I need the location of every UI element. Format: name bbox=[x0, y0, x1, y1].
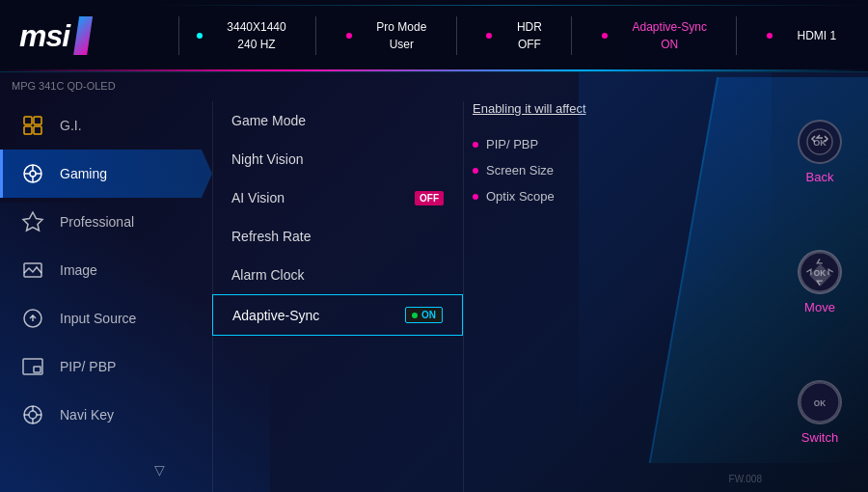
menu-item-refresh-rate[interactable]: Refresh Rate bbox=[212, 217, 463, 256]
svg-point-24 bbox=[800, 253, 839, 291]
info-bullet-1 bbox=[473, 168, 478, 174]
sidebar-label-image: Image bbox=[60, 262, 97, 278]
msi-logo-slash bbox=[73, 16, 93, 55]
sidebar-label-input-source: Input Source bbox=[60, 311, 136, 326]
header-dot-1 bbox=[346, 33, 352, 39]
sidebar-label-gaming: Gaming bbox=[60, 166, 107, 181]
back-label: Back bbox=[806, 170, 834, 184]
header-stat-hdr: HDR OFF bbox=[517, 18, 542, 53]
sidebar: G.I. Gaming bbox=[0, 72, 212, 492]
sidebar-item-gaming[interactable]: Gaming bbox=[0, 150, 212, 198]
sidebar-label-professional: Professional bbox=[60, 214, 134, 230]
scroll-down-indicator[interactable]: ▽ bbox=[154, 462, 165, 478]
pip-pbp-icon bbox=[19, 353, 46, 380]
header-dot-0 bbox=[197, 33, 203, 39]
sidebar-item-input-source[interactable]: Input Source bbox=[0, 294, 212, 342]
monitor-ui: msi 3440X1440 240 HZ Pro Mode User HDR O… bbox=[0, 0, 868, 492]
sidebar-item-gi[interactable]: G.I. bbox=[0, 101, 212, 150]
separator-line-2 bbox=[463, 101, 464, 492]
move-circle: OK bbox=[798, 250, 842, 294]
back-circle: OK bbox=[798, 120, 842, 164]
menu-item-night-vision[interactable]: Night Vision bbox=[212, 140, 463, 178]
menu-item-adaptive-sync[interactable]: Adaptive-Sync ON bbox=[212, 294, 463, 336]
sidebar-item-navi-key[interactable]: Navi Key bbox=[0, 391, 212, 439]
adaptive-sync-on-badge: ON bbox=[405, 307, 443, 323]
info-item-screen-size: Screen Size bbox=[473, 157, 772, 183]
switch-circle: OK bbox=[798, 380, 842, 424]
svg-rect-2 bbox=[24, 126, 32, 134]
header-stat-hdmi: HDMI 1 bbox=[797, 27, 836, 44]
sidebar-label-navi-key: Navi Key bbox=[60, 407, 114, 423]
header-dot-3 bbox=[602, 33, 608, 39]
professional-icon bbox=[19, 208, 46, 235]
header-divider-3 bbox=[571, 16, 572, 55]
info-title: Enabling it will affect bbox=[473, 101, 772, 116]
navi-key-icon bbox=[19, 401, 46, 428]
svg-rect-0 bbox=[24, 117, 32, 124]
gaming-icon bbox=[19, 160, 46, 187]
menu-item-alarm-clock[interactable]: Alarm Clock bbox=[212, 256, 463, 294]
model-name: MPG 341C QD-OLED bbox=[12, 80, 116, 92]
switch-button[interactable]: OK Switch bbox=[798, 380, 842, 445]
info-item-optix-scope: Optix Scope bbox=[473, 183, 772, 209]
info-item-pip-pbp: PIP/ PBP bbox=[473, 131, 772, 157]
content: MPG 341C QD-OLED G.I. bbox=[0, 72, 868, 492]
svg-rect-15 bbox=[34, 367, 41, 372]
header: msi 3440X1440 240 HZ Pro Mode User HDR O… bbox=[0, 0, 868, 72]
msi-logo: msi bbox=[19, 18, 69, 54]
svg-text:OK: OK bbox=[814, 399, 826, 408]
svg-text:OK: OK bbox=[814, 269, 826, 278]
logo-area: msi bbox=[19, 16, 174, 55]
svg-rect-1 bbox=[34, 117, 41, 124]
svg-point-17 bbox=[29, 411, 37, 419]
header-dot-4 bbox=[767, 33, 773, 39]
svg-marker-10 bbox=[23, 212, 42, 231]
header-divider-2 bbox=[456, 16, 457, 55]
info-bullet-0 bbox=[473, 142, 478, 148]
sidebar-item-pip-pbp[interactable]: PIP/ PBP bbox=[0, 342, 212, 391]
image-icon bbox=[19, 257, 46, 284]
header-stat-promode: Pro Mode User bbox=[376, 18, 426, 53]
right-controls: OK Back OK bbox=[772, 72, 868, 492]
move-label: Move bbox=[804, 300, 835, 314]
gi-icon bbox=[19, 112, 46, 139]
sidebar-item-image[interactable]: Image bbox=[0, 246, 212, 294]
sidebar-label-pip-pbp: PIP/ PBP bbox=[60, 359, 116, 374]
back-button[interactable]: OK Back bbox=[798, 120, 842, 184]
header-dot-2 bbox=[486, 33, 492, 39]
on-badge-dot bbox=[412, 313, 418, 318]
firmware-label: FW.008 bbox=[729, 474, 762, 484]
sidebar-label-gi: G.I. bbox=[60, 118, 82, 133]
input-source-icon bbox=[19, 305, 46, 332]
menu-column: Game Mode Night Vision AI Vision OFF Ref… bbox=[212, 72, 463, 492]
header-stats: 3440X1440 240 HZ Pro Mode User HDR OFF A… bbox=[184, 16, 849, 55]
sidebar-item-professional[interactable]: Professional bbox=[0, 198, 212, 246]
info-bullet-2 bbox=[473, 194, 478, 200]
move-button[interactable]: OK Move bbox=[798, 250, 842, 314]
info-column: Enabling it will affect PIP/ PBP Screen … bbox=[463, 72, 772, 492]
switch-label: Switch bbox=[801, 430, 838, 445]
svg-rect-3 bbox=[34, 126, 41, 134]
header-stat-adaptive-sync: Adaptive-Sync ON bbox=[633, 18, 707, 53]
menu-item-game-mode[interactable]: Game Mode bbox=[212, 101, 463, 140]
header-divider-0 bbox=[178, 16, 179, 55]
header-divider-4 bbox=[736, 16, 737, 55]
header-stat-resolution: 3440X1440 240 HZ bbox=[227, 18, 285, 53]
header-divider-1 bbox=[315, 16, 316, 55]
ai-vision-off-badge: OFF bbox=[415, 191, 444, 205]
svg-text:OK: OK bbox=[813, 138, 827, 148]
menu-item-ai-vision[interactable]: AI Vision OFF bbox=[212, 178, 463, 217]
svg-point-5 bbox=[30, 171, 36, 177]
